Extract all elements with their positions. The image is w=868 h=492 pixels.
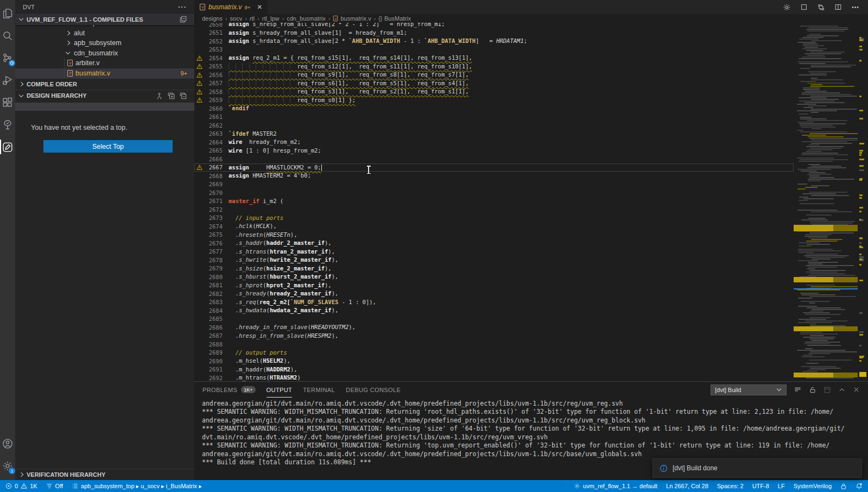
code-line[interactable]: 2650assign s_hresp_from_all_slave[2 * 2 …	[194, 23, 794, 29]
line-number[interactable]: 2692	[202, 375, 223, 381]
code-line[interactable]: 2681 .s_hprot(hprot_2_master_if),	[194, 281, 794, 290]
code-line[interactable]: 2668assign HMASTERM2 = 4'b0;	[194, 172, 794, 180]
code-line[interactable]: 2683 .s_req(req_2_m2[`NUM_OF_SLAVES - 1 …	[194, 298, 794, 307]
verification-tree-icon[interactable]	[0, 113, 15, 136]
code-line[interactable]: 2663`ifdef MASTER2	[194, 130, 794, 138]
more-actions-icon[interactable]	[851, 3, 859, 11]
line-number[interactable]: 2663	[202, 130, 223, 137]
line-number[interactable]: 2683	[202, 299, 223, 305]
close-panel-icon[interactable]	[853, 386, 860, 393]
hierarchy-filter-input[interactable]	[15, 103, 194, 111]
compare-changes-icon[interactable]	[817, 3, 825, 11]
code-line[interactable]: 2674 .hclk(HCLK),	[194, 222, 794, 231]
line-number[interactable]: 2682	[202, 291, 223, 297]
select-top-button[interactable]: Select Top	[43, 140, 173, 153]
line-number[interactable]: 2659	[202, 97, 223, 103]
line-number[interactable]: 2677	[202, 248, 223, 255]
line-number[interactable]: 2661	[202, 113, 223, 120]
tab-debug-console[interactable]: DEBUG CONSOLE	[346, 382, 401, 398]
line-number[interactable]: 2680	[202, 274, 223, 280]
code-line[interactable]: 2673 // input ports	[194, 214, 794, 223]
line-number[interactable]: 2666	[202, 156, 223, 162]
line-number[interactable]: 2668	[202, 173, 223, 179]
split-editor-icon[interactable]	[834, 3, 842, 11]
explorer-icon[interactable]	[0, 2, 15, 24]
dvt-editor-icon[interactable]	[0, 136, 15, 158]
breadcrumb-item[interactable]: rtl	[250, 15, 255, 22]
design-hierarchy-section-header[interactable]: DESIGN HIERARCHY	[15, 90, 194, 101]
code-editor[interactable]: 2650assign s_hresp_from_all_slave[2 * 2 …	[194, 23, 868, 381]
compile-order-section-header[interactable]: COMPILE ORDER	[15, 78, 194, 90]
language-mode[interactable]: SystemVerilog	[794, 483, 832, 489]
code-line[interactable]: 2655 req_from_s12[1], req_from_s11[1], r…	[194, 62, 794, 71]
breadcrumb-item[interactable]: cdn_busmatrix	[287, 15, 326, 22]
code-line[interactable]: 2687 .hresp_in_from_slave(HRESPM2),	[194, 332, 794, 340]
overview-ruler[interactable]	[858, 23, 868, 381]
line-number[interactable]: 2662	[202, 122, 223, 129]
eol-sequence[interactable]: LF	[778, 483, 785, 489]
line-number[interactable]: 2681	[202, 282, 223, 288]
code-line[interactable]: 2651assign s_hready_from_all_slave[1] = …	[194, 29, 794, 37]
line-number[interactable]: 2650	[202, 23, 223, 28]
line-number[interactable]: 2658	[202, 89, 223, 95]
line-number[interactable]: 2660	[202, 105, 223, 112]
output-channel-select[interactable]: [dvt] Build	[711, 384, 787, 395]
line-number[interactable]: 2653	[202, 46, 223, 53]
breadcrumb-item[interactable]: BusMatrix	[378, 15, 411, 22]
breadcrumb-item[interactable]: designs	[202, 15, 223, 22]
line-number[interactable]: 2669	[202, 181, 223, 187]
square-icon[interactable]	[800, 3, 808, 11]
code-line[interactable]: 2659 req_from_s0[1] };	[194, 96, 794, 105]
code-line[interactable]: 2667assign HMASTLOCKM2 = 0;	[194, 163, 794, 172]
code-line[interactable]: 2662	[194, 121, 794, 130]
code-line[interactable]: 2670	[194, 188, 794, 197]
account-icon[interactable]	[0, 432, 15, 455]
tree-item-arbiter-v[interactable]: arbiter.v	[15, 58, 194, 68]
code-line[interactable]: 2669	[194, 180, 794, 189]
open-in-editor-icon[interactable]	[823, 386, 831, 394]
tree-item-busmatrix-v[interactable]: busmatrix.v 9+	[15, 68, 194, 79]
tab-problems[interactable]: PROBLEMS 1K+	[202, 382, 256, 398]
line-number[interactable]: 2664	[202, 139, 223, 146]
code-line[interactable]: 2680 .s_hburst(hburst_2_master_if),	[194, 273, 794, 281]
line-number[interactable]: 2685	[202, 316, 223, 322]
breadcrumb-item[interactable]: rtl_lpw	[262, 15, 280, 22]
breadcrumb-item[interactable]: busmatrix.v	[333, 15, 371, 22]
code-line[interactable]: 2676 .s_haddr(haddr_2_master_if),	[194, 239, 794, 248]
tree-item-alut[interactable]: alut	[15, 28, 194, 39]
code-line[interactable]: 2652assign s_hrdata_from_all_slave[2 * `…	[194, 37, 794, 46]
maximize-panel-icon[interactable]	[838, 386, 846, 394]
tree-item-apb-subsystem[interactable]: apb_subsystem	[15, 38, 194, 48]
line-number[interactable]: 2690	[202, 358, 223, 364]
line-number[interactable]: 2652	[202, 38, 223, 45]
line-number[interactable]: 2679	[202, 265, 223, 272]
code-line[interactable]: 2684 .s_hwdata(hwdata_2_master_if),	[194, 306, 794, 315]
code-line[interactable]: 2692 .m_htrans(HTRANSM2)	[194, 374, 794, 381]
line-number[interactable]: 2691	[202, 366, 223, 373]
collapse-all-icon[interactable]	[180, 16, 187, 23]
tab-busmatrix-v[interactable]: busmatrix.v 9+	[194, 0, 268, 14]
tree-item-cdn-busmatrix[interactable]: cdn_busmatrix	[15, 48, 194, 59]
close-icon[interactable]	[257, 3, 262, 11]
code-line[interactable]: 2688	[194, 340, 794, 349]
code-line[interactable]: 2661	[194, 113, 794, 122]
code-line[interactable]: 2653	[194, 46, 794, 54]
run-debug-icon[interactable]	[0, 69, 15, 91]
type-hierarchy-icon[interactable]	[156, 92, 163, 99]
code-line[interactable]: 2691 .m_haddr(HADDRM2),	[194, 365, 794, 374]
line-number[interactable]: 2655	[202, 63, 223, 70]
problems-status[interactable]: 0 1K	[5, 483, 37, 489]
lock-icon[interactable]	[809, 386, 816, 394]
line-number[interactable]: 2667	[202, 164, 223, 171]
line-number[interactable]: 2688	[202, 341, 223, 348]
code-line[interactable]: 2657 req_from_s6[1], req_from_s5[1], req…	[194, 79, 794, 88]
code-line[interactable]: 2658 req_from_s3[1], req_from_s2[1], req…	[194, 87, 794, 96]
line-number[interactable]: 2671	[202, 198, 223, 204]
notifications-bell[interactable]	[856, 483, 863, 490]
code-line[interactable]: 2666	[194, 155, 794, 163]
encoding[interactable]: UTF-8	[752, 483, 769, 489]
line-number[interactable]: 2678	[202, 257, 223, 263]
indentation[interactable]: Spaces: 2	[717, 483, 744, 489]
line-number[interactable]: 2672	[202, 206, 223, 213]
code-line[interactable]: 2685	[194, 315, 794, 324]
